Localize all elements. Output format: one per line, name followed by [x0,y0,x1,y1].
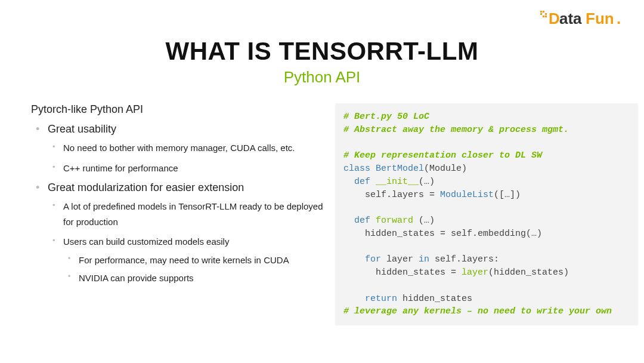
left-column: Pytorch-like Python API Great usability … [31,103,324,291]
code-comment: # Keep representation closer to DL SW [343,150,542,161]
code-keyword: return [365,294,397,304]
bullet-text: NVIDIA can provide supports [79,273,194,283]
bullet-lvl1: Great usability No need to bother with m… [31,123,324,176]
bullet-text: Great modularization for easier extensio… [48,182,244,193]
svg-text:Fun: Fun [586,10,614,27]
bullet-text: For performance, may need to write kerne… [79,255,289,265]
body: Pytorch-like Python API Great usability … [0,87,644,325]
code-text: hidden_states = [376,267,462,278]
svg-rect-2 [540,13,542,15]
code-class: ModuleList [440,190,494,200]
code-text: (…) [413,216,435,226]
bullet-text: Great usability [48,123,116,135]
svg-text:ata: ata [559,10,582,27]
code-keyword: def [354,216,370,226]
bullet-text: C++ runtime for performance [63,163,178,173]
code-fn: forward [376,216,413,226]
intro-line: Pytorch-like Python API [31,103,324,116]
code-text: self.layers: [429,254,499,264]
bullet-lvl1: Great modularization for easier extensio… [31,182,324,285]
code-comment: # Abstract away the memory & process mgm… [343,125,569,135]
svg-text:D: D [549,10,560,27]
code-fn: layer [462,267,488,278]
code-text: self.layers = [365,190,440,200]
svg-rect-3 [545,13,547,15]
code-text: (hidden_states) [488,267,569,278]
code-keyword: in [419,254,429,264]
code-block: # Bert.py 50 LoC # Abstract away the mem… [335,103,638,325]
code-comment: # Bert.py 50 LoC [343,112,429,122]
slide: D ata Fun . WHAT IS TENSORRT-LLM Python … [0,0,644,363]
bullet-lvl2: A lot of predefined models in TensorRT-L… [48,199,324,229]
bullet-lvl2: Users can build customized models easily… [48,234,324,285]
svg-text:.: . [617,10,621,27]
code-text: (…) [419,177,435,187]
svg-rect-1 [543,11,544,13]
code-text: layer [381,254,419,264]
bullet-lvl3: For performance, may need to write kerne… [63,253,324,267]
code-text: ([…]) [494,190,521,200]
bullet-lvl2: No need to bother with memory manager, C… [48,140,324,156]
code-fn: __init__ [376,177,419,187]
bullet-lvl3: NVIDIA can provide supports [63,271,324,285]
slide-title: WHAT IS TENSORRT-LLM [0,37,644,66]
right-column: # Bert.py 50 LoC # Abstract away the mem… [335,103,638,325]
code-keyword: def [354,177,370,187]
svg-rect-4 [543,16,544,17]
svg-rect-5 [545,16,547,17]
code-text: hidden_states = self.embedding(…) [365,229,542,239]
code-comment: # leverage any kernels – no need to writ… [343,306,612,316]
bullet-lvl2: C++ runtime for performance [48,161,324,176]
code-class: BertModel [376,164,424,174]
bullet-list: Great usability No need to bother with m… [31,123,324,285]
bullet-text: Users can build customized models easily [63,236,229,247]
bullet-text: No need to bother with memory manager, C… [63,143,295,153]
code-keyword: class [343,164,370,174]
code-text: hidden_states [397,294,472,304]
code-text: (Module) [424,164,467,174]
code-keyword: for [365,254,381,264]
logo-datafun: D ata Fun . [540,8,630,29]
svg-rect-0 [540,11,542,13]
slide-subtitle: Python API [0,68,644,87]
bullet-text: A lot of predefined models in TensorRT-L… [63,201,323,227]
